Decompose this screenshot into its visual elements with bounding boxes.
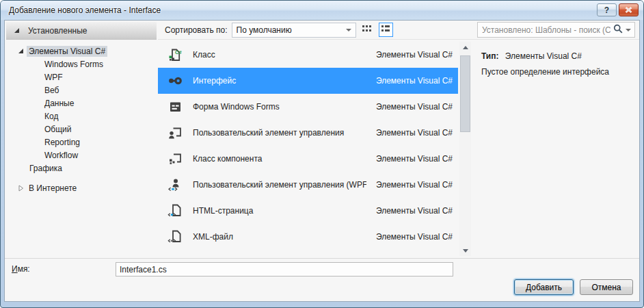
scroll-up-icon[interactable] <box>459 42 471 53</box>
item-category: Элементы Visual C# <box>376 102 453 112</box>
chevron-down-icon <box>346 29 351 31</box>
add-button[interactable]: Добавить <box>514 279 574 295</box>
item-category: Элементы Visual C# <box>376 232 453 242</box>
close-icon <box>625 5 632 15</box>
item-description: Пустое определение интерфейса <box>481 67 634 77</box>
sidebar-item-код[interactable]: Код <box>5 110 158 123</box>
class-csharp-icon: C# <box>167 47 183 62</box>
item-name-input[interactable] <box>116 262 453 277</box>
item-name: Интерфейс <box>193 76 366 86</box>
template-list: C#КлассЭлементы Visual C#ИнтерфейсЭлемен… <box>158 40 472 258</box>
item-category: Элементы Visual C# <box>376 128 453 138</box>
sidebar-item-веб[interactable]: Веб <box>5 84 158 97</box>
sidebar-header-installed[interactable]: Установленные <box>6 22 157 40</box>
search-options-chevron-icon[interactable] <box>626 29 631 31</box>
component-class-icon <box>167 151 183 166</box>
footer-buttons: Добавить Отмена <box>514 279 633 295</box>
interface-icon <box>167 73 183 88</box>
item-name: Пользовательский элемент управления (WPF… <box>193 180 366 190</box>
sort-toolbar: Сортировать по: По умолчанию <box>158 21 472 40</box>
search-input[interactable] <box>482 25 611 35</box>
tree-item-label: Windows Forms <box>42 59 105 70</box>
item-name: Класс <box>193 50 366 60</box>
type-value: Элементы Visual C# <box>505 51 582 61</box>
tree-item-label: Reporting <box>42 137 82 148</box>
sort-by-label: Сортировать по: <box>165 25 228 35</box>
list-item[interactable]: HTML-страницаЭлементы Visual C# <box>158 198 458 224</box>
search-icon <box>613 24 623 36</box>
item-category: Элементы Visual C# <box>376 154 453 164</box>
sidebar-item-reporting[interactable]: Reporting <box>5 136 158 149</box>
item-category: Элементы Visual C# <box>376 206 453 216</box>
small-icons-icon <box>362 25 372 35</box>
user-control-wpf-icon <box>167 177 183 192</box>
expanded-expander-icon[interactable] <box>18 48 27 54</box>
tree-item-label: В Интернете <box>27 183 79 194</box>
search-area <box>472 21 639 40</box>
search-box[interactable] <box>477 22 635 38</box>
close-button[interactable] <box>619 3 639 16</box>
sidebar-item-графика[interactable]: Графика <box>5 162 158 175</box>
tree-item-label: Элементы Visual C# <box>27 46 107 57</box>
item-category: Элементы Visual C# <box>376 50 453 60</box>
collapsed-expander-icon[interactable] <box>18 185 27 192</box>
tree-item-label: Графика <box>27 163 64 174</box>
item-category: Элементы Visual C# <box>376 76 453 86</box>
windows-form-icon <box>167 99 183 114</box>
sidebar-header-label: Установленные <box>28 26 87 36</box>
dialog-content: Установленные Сортировать по: По умолчан… <box>4 20 640 302</box>
item-name: HTML-страница <box>193 206 366 216</box>
sidebar-item-windows-forms[interactable]: Windows Forms <box>5 57 158 70</box>
sidebar-item-данные[interactable]: Данные <box>5 97 158 110</box>
list-item[interactable]: Класс компонентаЭлементы Visual C# <box>158 146 458 172</box>
list-item[interactable]: ИнтерфейсЭлементы Visual C# <box>158 68 458 94</box>
tree-item-label: Веб <box>42 85 61 96</box>
user-control-icon <box>167 125 183 140</box>
list-view-icon <box>381 25 390 35</box>
sidebar-tree: Элементы Visual C#Windows FormsWPFВебДан… <box>5 40 158 258</box>
tree-item-label: Workflow <box>42 150 80 161</box>
help-icon: ? <box>604 5 609 15</box>
small-icons-view-button[interactable] <box>360 23 375 37</box>
sidebar-item-в-интернете[interactable]: В Интернете <box>5 181 158 194</box>
dialog-footer: Имя: Добавить Отмена <box>5 258 639 301</box>
type-label: Тип: <box>481 51 499 61</box>
tree-item-label: WPF <box>42 72 65 83</box>
list-view-button[interactable] <box>379 23 393 37</box>
html-page-icon <box>167 203 183 218</box>
item-category: Элементы Visual C# <box>376 180 453 190</box>
vertical-scrollbar[interactable] <box>459 42 471 256</box>
add-new-item-dialog: Добавление нового элемента - Interface ?… <box>0 0 644 308</box>
item-name: Форма Windows Forms <box>193 102 366 112</box>
titlebar[interactable]: Добавление нового элемента - Interface ? <box>1 1 643 20</box>
list-item[interactable]: Пользовательский элемент управления (WPF… <box>158 172 458 198</box>
name-label: Имя: <box>12 264 30 274</box>
sidebar-item-элементы-visual-c#[interactable]: Элементы Visual C# <box>5 44 158 57</box>
sidebar-item-общий[interactable]: Общий <box>5 123 158 136</box>
svg-text:C#: C# <box>175 49 182 55</box>
list-item[interactable]: Пользовательский элемент управленияЭлеме… <box>158 120 458 146</box>
tree-item-label: Код <box>42 111 60 122</box>
scroll-down-icon[interactable] <box>459 245 471 256</box>
expanded-expander-icon[interactable] <box>14 27 23 34</box>
cancel-button[interactable]: Отмена <box>580 279 633 295</box>
help-button[interactable]: ? <box>597 3 617 16</box>
sort-by-value: По умолчанию <box>237 25 346 35</box>
window-title: Добавление нового элемента - Interface <box>9 5 161 15</box>
scrollbar-thumb[interactable] <box>460 55 470 132</box>
list-item[interactable]: Форма Windows FormsЭлементы Visual C# <box>158 94 458 120</box>
item-name: Пользовательский элемент управления <box>193 128 366 138</box>
titlebar-buttons: ? <box>597 3 639 16</box>
list-item[interactable]: XML-файлЭлементы Visual C# <box>158 224 458 250</box>
sidebar-item-workflow[interactable]: Workflow <box>5 149 158 162</box>
sort-by-dropdown[interactable]: По умолчанию <box>232 23 356 38</box>
tree-item-label: Данные <box>42 98 76 109</box>
tree-item-label: Общий <box>42 124 74 135</box>
list-item[interactable]: C#КлассЭлементы Visual C# <box>158 42 458 68</box>
item-info-panel: Тип: Элементы Visual C# Пустое определен… <box>472 40 639 258</box>
template-list-rows: C#КлассЭлементы Visual C#ИнтерфейсЭлемен… <box>158 42 458 250</box>
item-name: Класс компонента <box>193 154 366 164</box>
sidebar-item-wpf[interactable]: WPF <box>5 70 158 84</box>
item-name: XML-файл <box>193 232 366 242</box>
xml-file-icon <box>167 229 183 244</box>
